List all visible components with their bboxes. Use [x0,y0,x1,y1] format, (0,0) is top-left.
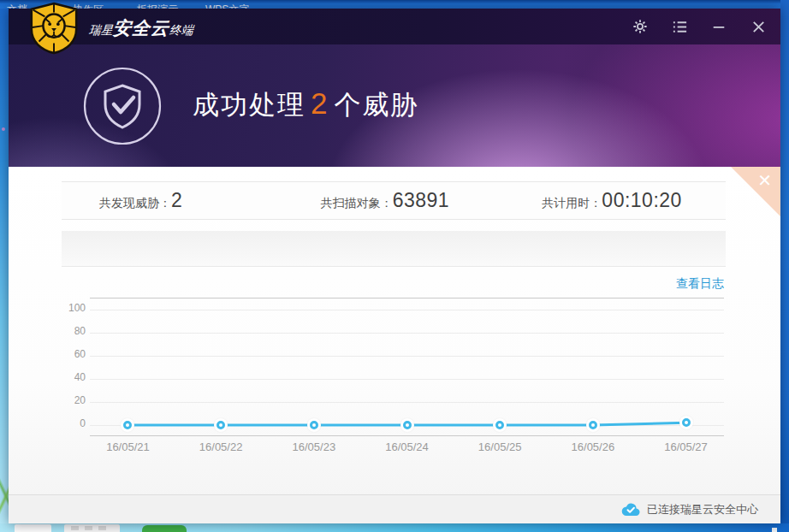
x-tick-label: 16/05/27 [664,440,708,453]
data-point-marker [307,418,321,432]
empty-detail-band [62,231,726,267]
desktop-bottom-edge [0,523,789,532]
y-tick-label: 100 [62,302,86,314]
y-axis-labels: 020406080100 [62,298,86,434]
close-button[interactable] [750,18,767,35]
x-tick-label: 16/05/24 [385,440,429,453]
background-white-notch [772,528,777,532]
line-series [90,299,724,435]
headline-suffix: 个威胁 [334,89,418,119]
y-tick-label: 0 [62,417,86,429]
stat-objects-scanned: 共扫描对象： 63891 [283,189,505,212]
background-green-shape [142,525,187,532]
x-tick-label: 16/05/25 [478,440,522,453]
app-title-main: 安全云 [112,18,170,38]
x-axis-line [90,435,724,436]
x-tick-label: 16/05/23 [293,440,336,453]
background-tab: 板报演示 [137,3,178,9]
desktop-wallpaper-dot [2,127,5,131]
background-window-fragment [15,524,51,532]
menu-list-icon[interactable] [671,18,688,35]
stat-value: 2 [171,189,182,212]
data-point-marker [586,418,600,432]
y-tick-label: 80 [62,325,86,337]
title-bar: 瑞星安全云终端 [9,9,780,44]
desktop-right-edge [780,0,789,532]
connection-status-text: 已连接瑞星云安全中心 [647,502,758,517]
rising-lion-logo-icon [27,2,80,55]
panel-close-icon[interactable]: ✕ [757,172,772,189]
panel-close-ribbon[interactable] [731,167,780,216]
view-log-link[interactable]: 查看日志 [676,276,724,292]
x-tick-label: 16/05/22 [199,440,243,453]
x-tick-label: 16/05/21 [106,440,150,453]
minimize-button[interactable] [710,18,727,35]
app-window: 瑞星安全云终端 [9,9,780,523]
window-controls [632,9,767,44]
cloud-connected-icon [621,503,640,517]
threat-history-chart: 020406080100 16/05/2116/05/2216/05/2316/… [62,298,724,457]
data-point-marker [214,418,228,432]
background-toolbar-fragment [64,524,120,532]
status-bar: 已连接瑞星云安全中心 [9,494,780,523]
data-point-marker [400,418,414,432]
stat-value: 00:10:20 [602,189,682,212]
shield-check-icon [81,65,163,147]
scan-stats-row: 共发现威胁： 2 共扫描对象： 63891 共计用时： 00:10:20 [62,181,726,220]
settings-gear-icon[interactable] [632,18,649,35]
y-tick-label: 60 [62,348,86,360]
stat-label: 共计用时： [542,196,602,211]
y-tick-label: 40 [62,371,86,383]
background-tab: 文档 [7,3,27,9]
threat-count: 2 [306,86,334,119]
stat-time-elapsed: 共计用时： 00:10:20 [504,189,726,212]
data-point-marker [679,416,693,429]
stat-label: 共扫描对象： [321,196,393,211]
stat-label: 共发现威胁： [99,196,171,211]
x-tick-label: 16/05/26 [572,440,615,453]
background-window-tabs: 文档 协作区 板报演示 WPS文字 [0,0,789,9]
plot-area: 16/05/2116/05/2216/05/2316/05/2416/05/25… [90,298,724,434]
scan-result-header: 成功处理2个威胁 [9,44,780,167]
scan-result-headline: 成功处理2个威胁 [193,86,418,122]
headline-prefix: 成功处理 [193,89,306,119]
background-tab: WPS文字 [205,3,249,9]
app-title: 瑞星安全云终端 [88,16,194,40]
scan-summary-panel: ✕ 共发现威胁： 2 共扫描对象： 63891 共计用时： 00:10:20 查… [9,167,780,523]
stat-threats-found: 共发现威胁： 2 [62,189,283,212]
app-title-prefix: 瑞星 [88,23,113,37]
stat-value: 63891 [393,189,449,212]
app-title-suffix: 终端 [169,23,193,37]
y-tick-label: 20 [62,394,86,406]
